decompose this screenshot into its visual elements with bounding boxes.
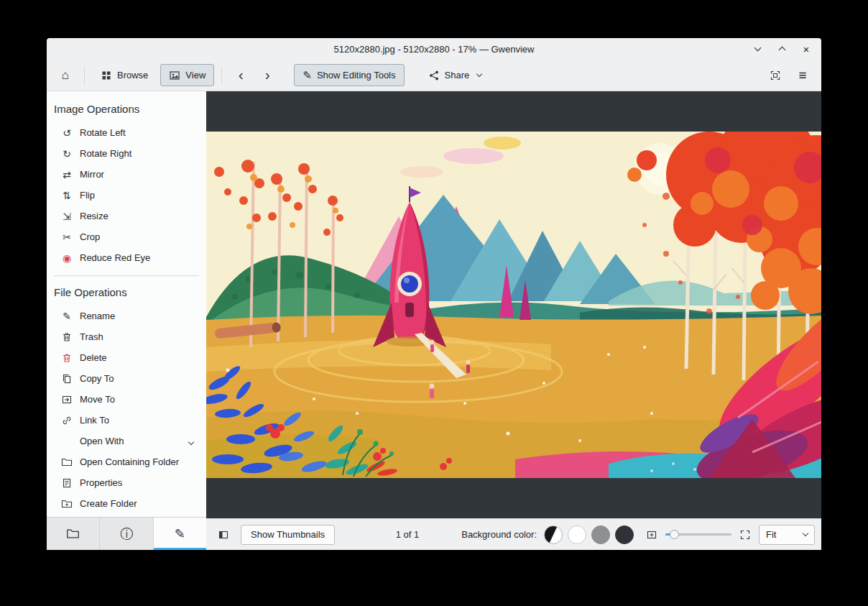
browse-button[interactable]: Browse bbox=[92, 64, 157, 86]
sidebar-item-reduce-red-eye[interactable]: ◉ Reduce Red Eye bbox=[47, 247, 206, 268]
sidebar-item-label: Copy To bbox=[80, 373, 114, 384]
image-counter: 1 of 1 bbox=[375, 529, 440, 540]
sidebar-item-open-containing-folder[interactable]: Open Containing Folder bbox=[47, 451, 206, 472]
sidebar-toggle-icon bbox=[218, 529, 229, 541]
toolbar-right-group: ≡ bbox=[764, 64, 814, 86]
zoom-to-fit-button[interactable] bbox=[644, 527, 660, 543]
fit-frame-icon bbox=[770, 70, 781, 81]
edit-pencil-icon: ✎ bbox=[303, 70, 312, 81]
sidebar-item-move-to[interactable]: Move To bbox=[47, 389, 206, 410]
window-controls: × bbox=[751, 38, 813, 60]
viewer-column: Show Thumbnails 1 of 1 Background color: bbox=[206, 91, 821, 550]
zoom-actual-size-button[interactable] bbox=[737, 527, 753, 543]
toolbar-separator bbox=[221, 67, 222, 84]
browse-grid-icon bbox=[101, 70, 112, 81]
red-eye-icon: ◉ bbox=[60, 253, 73, 263]
main-toolbar: ⌂ Browse View ‹ › ✎ Show Editing Tools S… bbox=[47, 60, 821, 91]
folder-icon bbox=[61, 456, 73, 468]
sidebar-item-copy-to[interactable]: Copy To bbox=[47, 368, 206, 389]
fit-window-to-image-button[interactable] bbox=[764, 64, 787, 86]
zoom-fit-icon bbox=[646, 529, 657, 541]
sidebar-item-label: Link To bbox=[80, 415, 109, 426]
desktop-background: { "colors": { "accent": "#3daee9", "view… bbox=[0, 0, 868, 606]
trash-icon bbox=[61, 331, 73, 343]
statusbar-right-group: Background color: bbox=[461, 525, 815, 545]
rotate-right-icon: ↻ bbox=[60, 149, 73, 159]
resize-icon: ⇲ bbox=[60, 211, 73, 221]
sidebar-item-crop[interactable]: ✂ Crop bbox=[47, 226, 206, 247]
copy-icon bbox=[61, 373, 73, 385]
info-icon: ⓘ bbox=[120, 528, 133, 541]
sidebar-item-open-with[interactable]: Open With bbox=[47, 431, 206, 451]
sidebar-item-rotate-left[interactable]: ↺ Rotate Left bbox=[47, 122, 206, 143]
tab-information[interactable]: ⓘ bbox=[100, 518, 153, 550]
share-label: Share bbox=[445, 70, 470, 81]
show-thumbnails-button[interactable]: Show Thumbnails bbox=[241, 525, 335, 545]
close-icon: × bbox=[803, 43, 810, 55]
chevron-down-icon bbox=[476, 71, 482, 77]
bg-swatch-dark[interactable] bbox=[615, 525, 634, 544]
zoom-slider[interactable] bbox=[665, 528, 731, 542]
share-icon bbox=[428, 70, 440, 81]
go-previous-button[interactable]: ‹ bbox=[229, 64, 252, 86]
sidebar-item-rename[interactable]: ✎ Rename bbox=[47, 306, 206, 326]
view-button[interactable]: View bbox=[160, 64, 214, 86]
move-icon bbox=[61, 394, 73, 405]
show-thumbnails-label: Show Thumbnails bbox=[251, 529, 325, 540]
sidebar-item-flip[interactable]: ⇅ Flip bbox=[47, 185, 206, 206]
sidebar-item-rotate-right[interactable]: ↻ Rotate Right bbox=[47, 143, 206, 164]
show-editing-tools-button[interactable]: ✎ Show Editing Tools bbox=[294, 64, 404, 86]
link-icon bbox=[61, 415, 73, 426]
sidebar-item-label: Move To bbox=[80, 394, 115, 405]
bg-swatch-white[interactable] bbox=[568, 525, 586, 544]
close-button[interactable]: × bbox=[800, 42, 813, 55]
home-button[interactable]: ⌂ bbox=[54, 64, 77, 86]
gwenview-window: 5120x2880.jpg - 5120x2880 - 17% — Gwenvi… bbox=[47, 38, 821, 550]
tab-operations[interactable]: ✎ bbox=[154, 518, 206, 550]
tab-folders[interactable] bbox=[47, 518, 100, 550]
crop-icon: ✂ bbox=[60, 232, 73, 242]
hamburger-menu-button[interactable]: ≡ bbox=[791, 64, 814, 86]
image-view-area[interactable] bbox=[206, 91, 821, 518]
toggle-sidebar-button[interactable] bbox=[213, 525, 234, 545]
zoom-mode-combobox[interactable]: Fit bbox=[759, 525, 815, 545]
sidebar-item-label: Rotate Left bbox=[80, 127, 126, 138]
rotate-left-icon: ↺ bbox=[60, 128, 73, 138]
displayed-image bbox=[206, 132, 821, 478]
share-button[interactable]: Share bbox=[420, 64, 491, 86]
sidebar-item-label: Rename bbox=[80, 311, 115, 321]
pencil-icon: ✎ bbox=[175, 528, 185, 541]
sidebar-item-label: Trash bbox=[80, 331, 103, 342]
properties-document-icon bbox=[61, 477, 73, 489]
sidebar-divider bbox=[54, 275, 199, 276]
sidebar-item-label: Delete bbox=[80, 352, 107, 363]
folder-icon bbox=[66, 527, 80, 541]
delete-trash-icon bbox=[61, 352, 73, 364]
image-operations-heading: Image Operations bbox=[47, 100, 206, 122]
statusbar: Show Thumbnails 1 of 1 Background color: bbox=[206, 518, 821, 550]
maximize-icon bbox=[778, 47, 785, 54]
bg-swatch-auto[interactable] bbox=[544, 525, 563, 544]
sidebar-item-properties[interactable]: Properties bbox=[47, 472, 206, 493]
bg-swatch-gray[interactable] bbox=[591, 525, 610, 544]
home-icon: ⌂ bbox=[62, 69, 69, 81]
sidebar-item-create-folder[interactable]: Create Folder bbox=[47, 493, 206, 514]
zoom-slider-handle[interactable] bbox=[670, 530, 679, 539]
file-operations-heading: File Operations bbox=[47, 283, 206, 306]
sidebar-item-label: Properties bbox=[80, 477, 122, 488]
go-next-button[interactable]: › bbox=[256, 64, 279, 86]
sidebar-item-trash[interactable]: Trash bbox=[47, 326, 206, 347]
sidebar-item-delete[interactable]: Delete bbox=[47, 347, 206, 368]
toolbar-separator bbox=[84, 67, 85, 84]
minimize-icon bbox=[754, 45, 761, 52]
go-next-icon: › bbox=[265, 67, 270, 82]
minimize-button[interactable] bbox=[751, 42, 764, 55]
titlebar[interactable]: 5120x2880.jpg - 5120x2880 - 17% — Gwenvi… bbox=[47, 38, 821, 60]
main-content: Image Operations ↺ Rotate Left ↻ Rotate … bbox=[47, 91, 821, 550]
sidebar-item-link-to[interactable]: Link To bbox=[47, 410, 206, 431]
view-label: View bbox=[185, 70, 206, 81]
sidebar-item-mirror[interactable]: ⇄ Mirror bbox=[47, 164, 206, 185]
maximize-button[interactable] bbox=[775, 42, 788, 55]
sidebar-item-resize[interactable]: ⇲ Resize bbox=[47, 206, 206, 226]
sidebar-item-label: Mirror bbox=[80, 169, 104, 180]
